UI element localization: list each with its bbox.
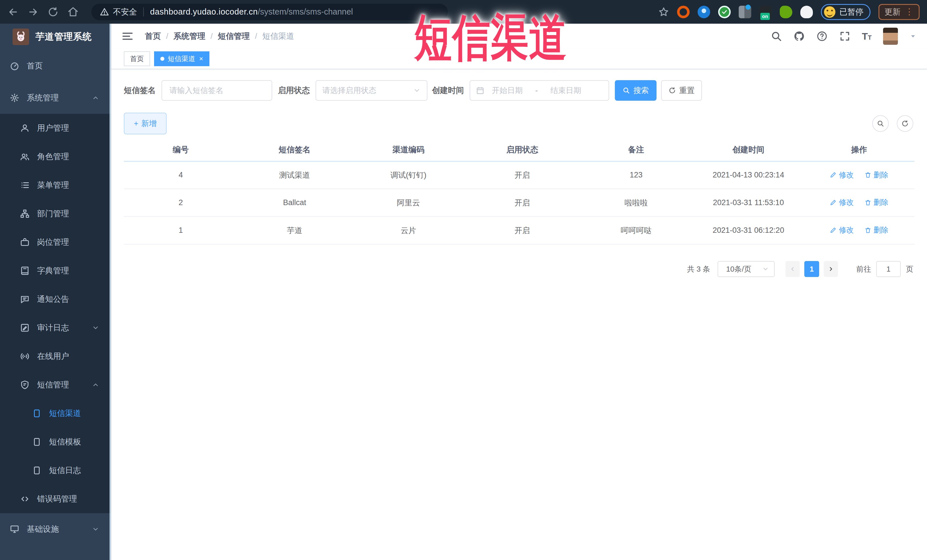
trash-icon (865, 199, 871, 206)
cell-id: 2 (124, 189, 238, 217)
edit-link[interactable]: 修改 (830, 225, 854, 235)
briefcase-icon (20, 237, 30, 247)
edit-label: 修改 (839, 170, 854, 180)
sidebar-item-role-management[interactable]: 角色管理 (0, 143, 111, 171)
reload-icon[interactable] (47, 6, 59, 18)
sign-filter-label: 短信签名 (124, 85, 156, 96)
cell-actions: 修改 删除 (804, 189, 915, 217)
cell-code: 阿里云 (351, 189, 465, 217)
sidebar-item-online-users[interactable]: 在线用户 (0, 342, 111, 370)
delete-link[interactable]: 删除 (865, 225, 889, 235)
breadcrumb-system[interactable]: 系统管理 (173, 31, 205, 42)
sidebar-item-dept-management[interactable]: 部门管理 (0, 199, 111, 228)
trash-icon (865, 227, 871, 234)
close-icon[interactable]: × (199, 55, 203, 63)
tab-sms-channel[interactable]: 短信渠道 × (154, 52, 210, 66)
toggle-search-button[interactable] (872, 115, 889, 132)
sidebar-item-label: 用户管理 (37, 123, 69, 134)
app-logo-row[interactable]: 芋道管理系统 (0, 24, 111, 50)
extension-icon-dark[interactable]: on (759, 6, 772, 18)
date-separator: - (535, 86, 538, 95)
security-label[interactable]: 不安全 (113, 6, 137, 17)
extension-icon-orange-ring[interactable] (677, 6, 690, 18)
search-button[interactable]: 搜索 (615, 80, 656, 101)
tab-home[interactable]: 首页 (124, 52, 150, 66)
gear-icon (10, 93, 20, 103)
sidebar-item-system-management[interactable]: 系统管理 (0, 82, 111, 114)
browser-menu-icon[interactable]: ⋮ (905, 9, 913, 14)
next-page-button[interactable] (824, 261, 838, 277)
extension-icon-white-ghost[interactable] (800, 6, 813, 18)
browser-chrome: 不安全 dashboard.yudao.iocoder.cn /system/s… (0, 0, 927, 24)
sidebar-item-sms-template[interactable]: 短信模板 (0, 428, 111, 456)
back-icon[interactable] (8, 6, 19, 18)
sidebar-item-sms-channel[interactable]: 短信渠道 (0, 399, 111, 428)
sidebar-item-user-management[interactable]: 用户管理 (0, 114, 111, 143)
edit-link[interactable]: 修改 (830, 170, 854, 180)
search-icon[interactable] (770, 30, 782, 42)
edit-label: 修改 (839, 225, 854, 235)
page-number-1[interactable]: 1 (804, 261, 819, 277)
sign-filter-input[interactable] (161, 80, 272, 101)
users-icon (20, 152, 30, 161)
help-icon[interactable] (816, 30, 828, 42)
sidebar-item-sms-management[interactable]: 短信管理 (0, 370, 111, 399)
sidebar-item-label: 首页 (27, 61, 43, 71)
column-header-id: 编号 (124, 139, 238, 161)
breadcrumb-separator: / (255, 32, 257, 41)
dashboard-icon (10, 61, 20, 71)
breadcrumb-sms[interactable]: 短信管理 (218, 31, 250, 42)
bookmark-star-icon[interactable] (658, 6, 669, 17)
caret-down-icon[interactable] (909, 32, 917, 40)
extension-on-badge: on (760, 13, 770, 20)
cell-sign: 芋道 (238, 217, 351, 244)
fullscreen-icon[interactable] (839, 30, 851, 42)
extension-icon-blue-pin[interactable] (698, 6, 710, 18)
column-header-remark: 备注 (579, 139, 693, 161)
sidebar-item-sms-log[interactable]: 短信日志 (0, 456, 111, 485)
extension-icon-green-leaf[interactable] (780, 6, 792, 18)
extension-icon-green-check[interactable] (718, 6, 731, 18)
forward-icon[interactable] (27, 6, 39, 18)
edit-link[interactable]: 修改 (830, 197, 854, 207)
delete-label: 删除 (874, 225, 889, 235)
home-icon[interactable] (67, 6, 79, 18)
update-label: 更新 (884, 6, 900, 17)
prev-page-button[interactable] (786, 261, 800, 277)
column-header-created: 创建时间 (693, 139, 804, 161)
font-size-icon[interactable]: TT (862, 31, 872, 41)
date-range-picker[interactable]: 开始日期 - 结束日期 (470, 80, 609, 101)
sidebar-item-post-management[interactable]: 岗位管理 (0, 228, 111, 256)
breadcrumb-home[interactable]: 首页 (145, 31, 161, 42)
sidebar-item-home[interactable]: 首页 (0, 50, 111, 82)
book-icon (20, 266, 30, 276)
sidebar-item-menu-management[interactable]: 菜单管理 (0, 171, 111, 199)
status-filter-label: 启用状态 (278, 85, 310, 96)
sidebar-item-infrastructure[interactable]: 基础设施 (0, 513, 111, 545)
delete-link[interactable]: 删除 (865, 170, 889, 180)
extension-icon-grid[interactable] (739, 6, 751, 18)
cell-sign: Ballcat (238, 189, 351, 217)
sidebar-item-label: 审计日志 (37, 322, 69, 333)
goto-page-input[interactable] (876, 261, 901, 277)
select-placeholder: 请选择启用状态 (322, 85, 376, 96)
sidebar-item-label: 短信管理 (37, 379, 69, 390)
sidebar-item-notice[interactable]: 通知公告 (0, 285, 111, 314)
refresh-table-button[interactable] (897, 115, 913, 132)
status-filter-select[interactable]: 请选择启用状态 (316, 80, 427, 101)
user-avatar[interactable] (883, 28, 898, 45)
page-size-select[interactable]: 10条/页 (717, 261, 775, 277)
sidebar-item-dict-management[interactable]: 字典管理 (0, 256, 111, 285)
date-filter-label: 创建时间 (432, 85, 464, 96)
profile-paused-pill[interactable]: 已暂停 (821, 4, 871, 20)
hamburger-icon[interactable] (122, 30, 134, 42)
address-bar[interactable]: 不安全 dashboard.yudao.iocoder.cn /system/s… (91, 4, 448, 20)
reset-button[interactable]: 重置 (661, 80, 702, 101)
app-logo-rabbit-icon (12, 29, 29, 45)
delete-link[interactable]: 删除 (865, 197, 889, 207)
browser-update-button[interactable]: 更新 ⋮ (878, 4, 919, 20)
sidebar-item-error-code-management[interactable]: 错误码管理 (0, 485, 111, 513)
sidebar-item-audit-log[interactable]: 审计日志 (0, 314, 111, 342)
github-icon[interactable] (793, 30, 805, 42)
add-button[interactable]: + 新增 (124, 113, 167, 134)
